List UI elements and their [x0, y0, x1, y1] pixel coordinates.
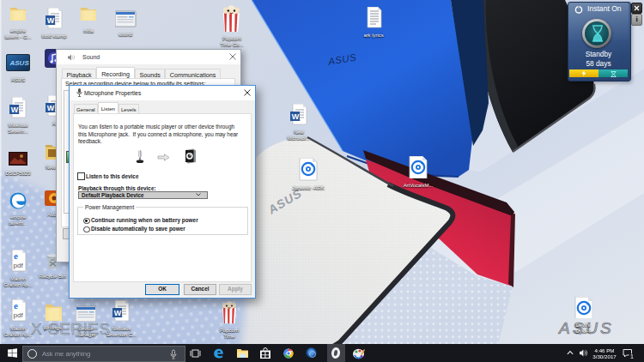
svg-text:1: 1 — [630, 353, 634, 359]
